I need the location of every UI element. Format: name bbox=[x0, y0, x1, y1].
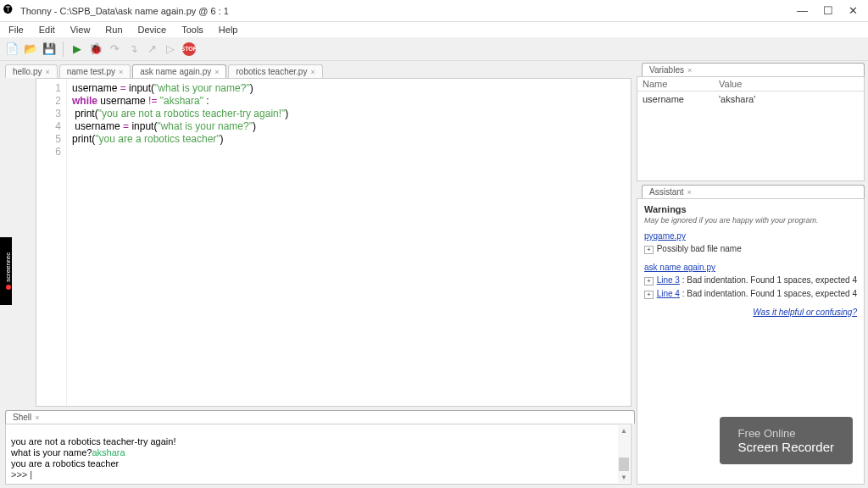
close-icon[interactable]: × bbox=[119, 68, 123, 76]
window-title: Thonny - C:\SPB_Data\ask name again.py @… bbox=[20, 6, 797, 16]
var-header-value: Value bbox=[714, 77, 747, 91]
menu-tools[interactable]: Tools bbox=[175, 24, 210, 36]
code-content[interactable]: username = input("what is your name?")wh… bbox=[67, 79, 288, 406]
screenrec-badge: screenrec bbox=[0, 237, 12, 305]
step-over-icon[interactable]: ↷ bbox=[108, 42, 121, 56]
minimize-button[interactable]: — bbox=[797, 4, 808, 17]
toolbar: 📄 📂 💾 ▶ 🐞 ↷ ↴ ↗ ▷ STOP bbox=[0, 37, 868, 61]
editor-tab[interactable]: name test.py× bbox=[59, 64, 131, 78]
feedback-link[interactable]: Was it helpful or confusing? bbox=[753, 308, 857, 317]
menu-view[interactable]: View bbox=[64, 24, 97, 36]
code-editor[interactable]: 123456 username = input("what is your na… bbox=[36, 78, 632, 407]
menu-run[interactable]: Run bbox=[98, 24, 129, 36]
expand-icon[interactable]: + bbox=[644, 291, 654, 299]
run-icon[interactable]: ▶ bbox=[70, 42, 84, 56]
variable-row[interactable]: username'akshara' bbox=[637, 92, 864, 107]
save-file-icon[interactable]: 💾 bbox=[42, 42, 56, 56]
menubar: FileEditViewRunDeviceToolsHelp bbox=[0, 22, 868, 37]
assistant-line-link[interactable]: Line 3 bbox=[657, 275, 680, 285]
assistant-item: Possibly bad file name bbox=[657, 244, 742, 253]
menu-file[interactable]: File bbox=[2, 24, 31, 36]
assistant-tab[interactable]: Assistant× bbox=[642, 185, 865, 198]
debug-icon[interactable]: 🐞 bbox=[89, 42, 103, 56]
menu-edit[interactable]: Edit bbox=[32, 24, 62, 36]
menu-help[interactable]: Help bbox=[212, 24, 245, 36]
close-icon[interactable]: × bbox=[687, 188, 692, 197]
warnings-note: May be ignored if you are happy with you… bbox=[644, 216, 857, 225]
editor-tab[interactable]: robotics teacher.py× bbox=[228, 64, 322, 78]
assistant-file-link[interactable]: pygame.py bbox=[644, 231, 686, 241]
titlebar: 🅣 Thonny - C:\SPB_Data\ask name again.py… bbox=[0, 0, 868, 22]
shell-scrollbar[interactable]: ▲ ▼ bbox=[618, 425, 630, 483]
watermark: Free Online Screen Recorder bbox=[720, 417, 853, 464]
variables-panel: Name Value username'akshara' bbox=[637, 76, 865, 181]
variables-tab[interactable]: Variables× bbox=[642, 63, 865, 76]
expand-icon[interactable]: + bbox=[644, 277, 654, 286]
maximize-button[interactable]: ☐ bbox=[823, 4, 833, 17]
scroll-down-icon[interactable]: ▼ bbox=[618, 472, 630, 483]
assistant-line-link[interactable]: Line 4 bbox=[657, 289, 680, 298]
editor-tab[interactable]: hello.py× bbox=[5, 64, 58, 78]
close-icon[interactable]: × bbox=[214, 68, 219, 76]
editor-tab[interactable]: ask name again.py× bbox=[132, 64, 226, 78]
app-icon: 🅣 bbox=[3, 4, 17, 18]
close-icon[interactable]: × bbox=[45, 68, 49, 76]
open-file-icon[interactable]: 📂 bbox=[24, 42, 37, 56]
step-out-icon[interactable]: ↗ bbox=[145, 42, 159, 56]
scroll-thumb[interactable] bbox=[619, 458, 629, 471]
var-header-name: Name bbox=[637, 77, 714, 91]
close-icon[interactable]: × bbox=[687, 66, 692, 75]
menu-device[interactable]: Device bbox=[131, 24, 174, 36]
expand-icon[interactable]: + bbox=[644, 246, 654, 254]
line-gutter: 123456 bbox=[36, 79, 67, 406]
close-icon[interactable]: × bbox=[35, 413, 39, 422]
close-icon[interactable]: × bbox=[310, 68, 314, 76]
new-file-icon[interactable]: 📄 bbox=[5, 42, 19, 56]
shell[interactable]: you are not a robotics teacher-try again… bbox=[5, 424, 632, 485]
step-into-icon[interactable]: ↴ bbox=[126, 42, 140, 56]
editor-tabstrip: hello.py×name test.py×ask name again.py×… bbox=[0, 61, 635, 78]
resume-icon[interactable]: ▷ bbox=[164, 42, 177, 56]
warnings-heading: Warnings bbox=[644, 204, 857, 214]
close-button[interactable]: ✕ bbox=[849, 4, 858, 17]
scroll-up-icon[interactable]: ▲ bbox=[618, 425, 630, 436]
assistant-file-link[interactable]: ask name again.py bbox=[644, 263, 715, 272]
shell-tab[interactable]: Shell× bbox=[5, 410, 635, 424]
stop-icon[interactable]: STOP bbox=[182, 42, 196, 56]
